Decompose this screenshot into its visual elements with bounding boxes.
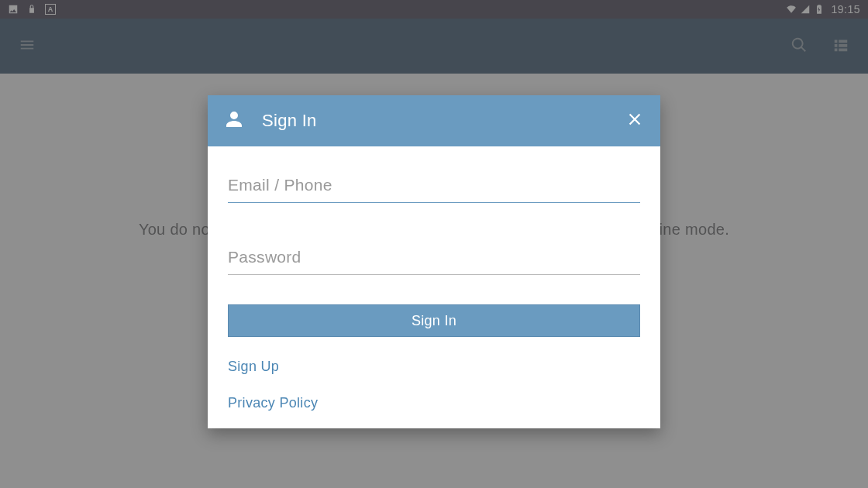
close-icon[interactable] <box>626 111 643 131</box>
password-field[interactable] <box>228 239 640 275</box>
privacy-policy-link[interactable]: Privacy Policy <box>228 395 318 411</box>
signin-dialog: Sign In Sign In Sign Up Privacy Policy <box>208 95 660 428</box>
signin-button[interactable]: Sign In <box>228 304 640 337</box>
dialog-header: Sign In <box>208 95 660 146</box>
dialog-body: Sign In Sign Up Privacy Policy <box>208 146 660 428</box>
person-icon <box>225 110 243 132</box>
signup-link[interactable]: Sign Up <box>228 359 279 375</box>
dialog-title: Sign In <box>262 111 626 131</box>
email-field[interactable] <box>228 167 640 203</box>
